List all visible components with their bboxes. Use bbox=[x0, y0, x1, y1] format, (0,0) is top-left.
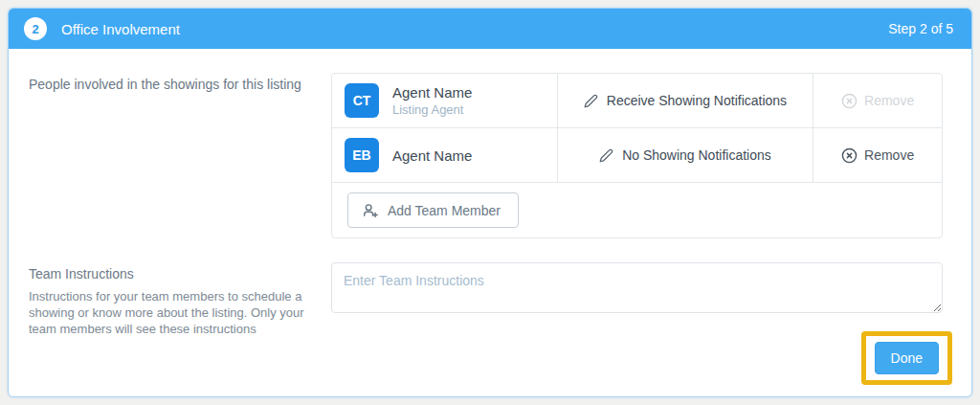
add-member-row: Add Team Member bbox=[332, 183, 942, 237]
team-instructions-row: Team Instructions Instructions for your … bbox=[29, 262, 943, 337]
team-instructions-label-col: Team Instructions Instructions for your … bbox=[29, 262, 331, 337]
pencil-icon bbox=[599, 148, 613, 163]
remove-label: Remove bbox=[864, 93, 914, 108]
people-involved-label: People involved in the showings for this… bbox=[29, 77, 308, 92]
people-involved-label-col: People involved in the showings for this… bbox=[29, 73, 331, 92]
remove-cell: Remove bbox=[813, 128, 942, 182]
table-row: EB Agent Name No Showing Notifications bbox=[332, 128, 942, 183]
add-team-member-label: Add Team Member bbox=[388, 203, 501, 218]
agent-texts: Agent Name Listing Agent bbox=[392, 83, 472, 118]
add-team-member-button[interactable]: Add Team Member bbox=[347, 192, 519, 228]
people-involved-row: People involved in the showings for this… bbox=[29, 73, 943, 238]
agent-name: Agent Name bbox=[392, 83, 472, 101]
remove-label: Remove bbox=[864, 147, 914, 163]
agent-cell: EB Agent Name bbox=[332, 128, 558, 182]
step-content: People involved in the showings for this… bbox=[9, 49, 971, 337]
step-number-badge: 2 bbox=[24, 17, 47, 40]
team-instructions-label: Team Instructions bbox=[29, 266, 308, 281]
footer-actions: Done bbox=[861, 331, 952, 385]
x-circle-icon bbox=[841, 93, 858, 109]
people-involved-field-col: CT Agent Name Listing Agent Receive Show… bbox=[331, 73, 943, 238]
highlight-annotation: Done bbox=[861, 331, 952, 385]
agent-cell: CT Agent Name Listing Agent bbox=[332, 74, 558, 127]
avatar: EB bbox=[345, 138, 379, 172]
team-members-panel: CT Agent Name Listing Agent Receive Show… bbox=[331, 73, 943, 238]
notification-setting-label: No Showing Notifications bbox=[622, 147, 771, 163]
agent-texts: Agent Name bbox=[392, 146, 472, 165]
notification-setting-button[interactable]: Receive Showing Notifications bbox=[558, 74, 814, 127]
team-instructions-input[interactable] bbox=[331, 262, 943, 313]
step-header[interactable]: 2 Office Involvement Step 2 of 5 bbox=[9, 9, 971, 49]
notification-setting-label: Receive Showing Notifications bbox=[607, 93, 787, 108]
step-number: 2 bbox=[32, 22, 38, 36]
agent-name: Agent Name bbox=[392, 146, 472, 165]
x-circle-icon bbox=[841, 147, 858, 164]
team-instructions-field-col bbox=[331, 262, 943, 317]
done-button[interactable]: Done bbox=[875, 342, 939, 374]
avatar: CT bbox=[345, 83, 379, 118]
remove-cell: Remove bbox=[813, 74, 942, 127]
agent-role: Listing Agent bbox=[392, 101, 472, 118]
table-row: CT Agent Name Listing Agent Receive Show… bbox=[332, 74, 942, 128]
team-instructions-description: Instructions for your team members to sc… bbox=[29, 288, 308, 337]
pencil-icon bbox=[584, 94, 598, 108]
office-involvement-card: 2 Office Involvement Step 2 of 5 People … bbox=[8, 8, 972, 397]
remove-member-button[interactable]: Remove bbox=[841, 147, 914, 164]
page-title: Office Involvement bbox=[61, 21, 180, 37]
remove-member-button[interactable]: Remove bbox=[841, 93, 914, 109]
step-indicator: Step 2 of 5 bbox=[888, 21, 953, 36]
notification-setting-button[interactable]: No Showing Notifications bbox=[558, 128, 814, 182]
person-plus-icon bbox=[363, 202, 379, 218]
